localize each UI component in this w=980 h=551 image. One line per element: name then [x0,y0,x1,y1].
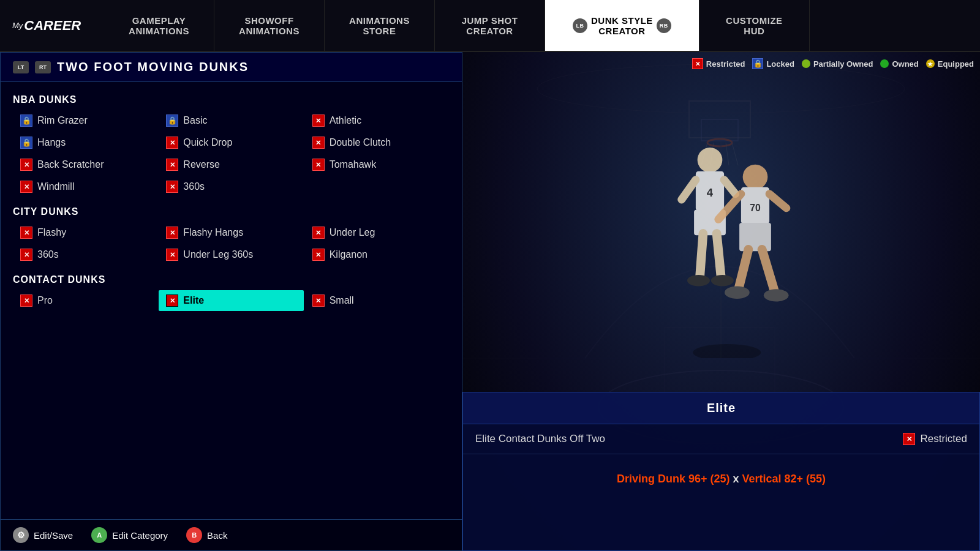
equipped-legend-label: Equipped [938,59,974,69]
dunk-name: Elite [183,295,204,306]
back-label: Back [207,530,227,541]
svg-line-19 [717,234,721,279]
nav-showoff-animations[interactable]: Showoff Animations [214,0,325,51]
svg-rect-27 [739,223,771,251]
legend-bar: ✕ Restricted 🔒 Locked Partially Owned Ow… [692,58,974,69]
status-restricted-icon: ✕ [903,433,915,445]
top-navigation: My CAREER Gameplay Animations Showoff An… [0,0,980,52]
restricted-icon: ✕ [20,294,32,307]
nav-customize-hud[interactable]: Customize HUD [699,0,810,51]
dunk-rim-grazer[interactable]: 🔒 Rim Grazer [13,110,157,131]
nav-dunk-style-creator-label: Dunk Style Creator [591,15,653,36]
player-silhouettes: 4 [493,132,949,358]
restricted-icon: ✕ [312,227,325,239]
nav-gameplay-animations-label: Gameplay Animations [129,15,189,36]
restricted-icon: ✕ [166,227,178,239]
edit-category-button[interactable]: A Edit Category [91,527,168,543]
rt-button[interactable]: RT [35,61,51,73]
lt-button[interactable]: LT [13,61,29,73]
dunk-name: Back Scratcher [37,159,104,170]
nav-jump-shot-creator-label: Jump Shot Creator [462,15,518,36]
dunk-name: Under Leg [330,227,375,238]
b-button-icon: B [186,527,202,543]
restricted-icon: ✕ [166,159,178,171]
restricted-icon: ✕ [312,249,325,261]
dunk-hangs[interactable]: 🔒 Hangs [13,132,157,153]
dunk-basic[interactable]: 🔒 Basic [159,110,303,131]
dunk-flashy[interactable]: ✕ Flashy [13,222,157,243]
dunk-elite[interactable]: ✕ Elite [159,290,303,311]
dunk-double-clutch[interactable]: ✕ Double Clutch [305,132,450,153]
dunk-360s-nba[interactable]: ✕ 360s [159,176,303,197]
back-button[interactable]: B Back [186,527,227,543]
dunk-pro[interactable]: ✕ Pro [13,290,157,311]
svg-point-32 [693,344,761,358]
dunk-athletic[interactable]: ✕ Athletic [305,110,450,131]
info-card-status: ✕ Restricted [903,433,967,445]
restricted-icon: ✕ [312,294,325,307]
lb-button[interactable]: LB [573,18,587,33]
nav-animations-store[interactable]: Animations Store [325,0,435,51]
dunk-under-leg-360s[interactable]: ✕ Under Leg 360s [159,244,303,265]
dunk-quick-drop[interactable]: ✕ Quick Drop [159,132,303,153]
legend-restricted: ✕ Restricted [692,58,745,69]
dunk-flashy-hangs[interactable]: ✕ Flashy Hangs [159,222,303,243]
rb-button[interactable]: RB [657,18,671,33]
contact-dunks-section-title: CONTACT DUNKS [13,274,450,285]
dunk-name: 360s [37,249,59,260]
right-panel: ✕ Restricted 🔒 Locked Partially Owned Ow… [462,52,980,551]
partial-legend-label: Partially Owned [813,59,873,69]
nav-dunk-style-creator[interactable]: LB Dunk Style Creator RB [545,0,699,51]
nav-jump-shot-creator[interactable]: Jump Shot Creator [435,0,545,51]
dunk-name: Small [330,295,354,306]
dunk-style-creator-nav-content: LB Dunk Style Creator RB [564,15,680,36]
svg-line-18 [699,234,703,279]
dunk-360s-city[interactable]: ✕ 360s [13,244,157,265]
a-button-icon: A [91,527,107,543]
restricted-icon: ✕ [20,181,32,193]
info-card-detail-label: Elite Contact Dunks Off Two [475,433,895,445]
panel-header: LT RT TWO FOOT MOVING DUNKS [1,53,462,82]
requirement-driving-dunk: Driving Dunk 96+ (25) [617,473,730,485]
dunk-name: Flashy Hangs [183,227,243,238]
edit-save-button[interactable]: ⚙ Edit/Save [13,527,73,543]
svg-line-26 [769,194,786,208]
dunk-kilganon[interactable]: ✕ Kilganon [305,244,450,265]
panel-body: NBA DUNKS 🔒 Rim Grazer 🔒 Basic ✕ Athleti… [1,82,462,519]
dunk-name: Kilganon [330,249,368,260]
svg-text:4: 4 [707,186,714,199]
locked-icon: 🔒 [20,114,32,127]
legend-equipped: ★ Equipped [926,59,974,69]
dunk-windmill[interactable]: ✕ Windmill [13,176,157,197]
svg-point-21 [711,275,734,287]
restricted-icon: ✕ [166,294,178,307]
status-label: Restricted [920,433,967,445]
svg-point-22 [743,165,768,190]
restricted-legend-icon: ✕ [692,58,703,69]
restricted-icon: ✕ [166,137,178,149]
nav-gameplay-animations[interactable]: Gameplay Animations [104,0,214,51]
dunk-tomahawk[interactable]: ✕ Tomahawk [305,154,450,175]
legend-locked: 🔒 Locked [752,58,794,69]
dunk-name: 360s [183,181,205,192]
dunk-back-scratcher[interactable]: ✕ Back Scratcher [13,154,157,175]
nba-dunks-section-title: NBA DUNKS [13,94,450,105]
logo-my: My [12,21,23,30]
svg-point-20 [687,275,710,287]
restricted-icon: ✕ [312,114,325,127]
svg-line-29 [762,249,775,293]
svg-text:70: 70 [750,203,761,213]
panel-title: TWO FOOT MOVING DUNKS [57,60,249,74]
players-area: 4 [493,132,949,358]
dunk-small[interactable]: ✕ Small [305,290,450,311]
restricted-icon: ✕ [20,227,32,239]
restricted-icon: ✕ [312,159,325,171]
dunk-reverse[interactable]: ✕ Reverse [159,154,303,175]
dunk-under-leg[interactable]: ✕ Under Leg [305,222,450,243]
dunk-name: Rim Grazer [37,115,88,126]
legend-partially-owned: Partially Owned [802,59,873,69]
svg-point-0 [537,64,905,113]
bottom-bar: ⚙ Edit/Save A Edit Category B Back [1,519,462,550]
dunk-name: Tomahawk [330,159,376,170]
main-content: LT RT TWO FOOT MOVING DUNKS NBA DUNKS 🔒 … [0,52,980,551]
